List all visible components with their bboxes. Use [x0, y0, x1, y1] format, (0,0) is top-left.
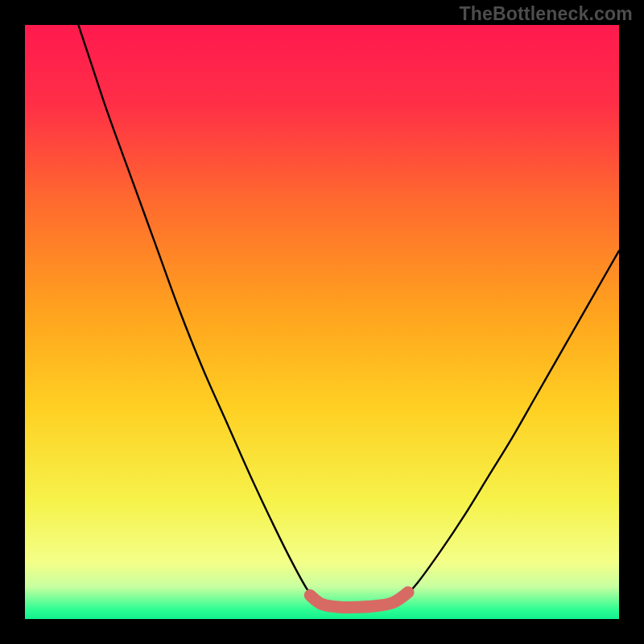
chart-frame: TheBottleneck.com [0, 0, 644, 644]
gradient-background [25, 25, 619, 619]
plot-area [25, 25, 619, 619]
chart-svg [25, 25, 619, 619]
watermark-text: TheBottleneck.com [459, 3, 633, 25]
